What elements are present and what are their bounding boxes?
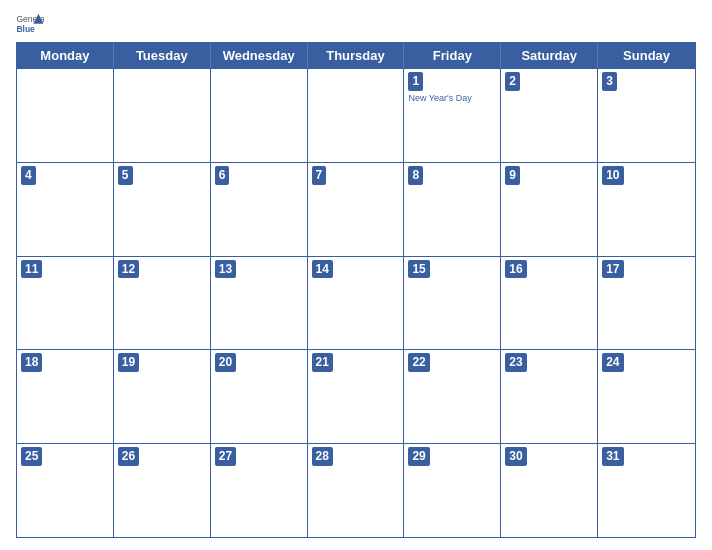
calendar-page: General Blue MondayTuesdayWednesdayThurs… [0,0,712,550]
cal-cell-8: 8 [404,163,501,256]
cal-cell-30: 30 [501,444,598,537]
day-number: 19 [118,353,139,372]
day-number: 8 [408,166,423,185]
cal-cell-2: 2 [501,69,598,162]
cal-cell-7: 7 [308,163,405,256]
cal-cell-3: 3 [598,69,695,162]
day-number: 14 [312,260,333,279]
page-header: General Blue [16,12,696,34]
day-number: 7 [312,166,327,185]
day-header-monday: Monday [17,43,114,68]
cal-cell-9: 9 [501,163,598,256]
cal-cell-empty [17,69,114,162]
cal-cell-20: 20 [211,350,308,443]
day-header-thursday: Thursday [308,43,405,68]
day-number: 1 [408,72,423,91]
day-number: 30 [505,447,526,466]
cal-cell-15: 15 [404,257,501,350]
general-blue-logo-icon: General Blue [16,12,44,34]
cal-cell-26: 26 [114,444,211,537]
cal-cell-27: 27 [211,444,308,537]
cal-cell-31: 31 [598,444,695,537]
cal-cell-28: 28 [308,444,405,537]
day-number: 6 [215,166,230,185]
cal-cell-empty [211,69,308,162]
cal-cell-14: 14 [308,257,405,350]
day-number: 9 [505,166,520,185]
day-number: 29 [408,447,429,466]
week-row-1: 1New Year's Day23 [17,68,695,162]
day-number: 22 [408,353,429,372]
day-number: 13 [215,260,236,279]
day-number: 26 [118,447,139,466]
day-number: 11 [21,260,42,279]
cal-cell-17: 17 [598,257,695,350]
day-number: 15 [408,260,429,279]
cal-cell-12: 12 [114,257,211,350]
day-number: 23 [505,353,526,372]
calendar-body: 1New Year's Day2345678910111213141516171… [17,68,695,537]
cal-cell-13: 13 [211,257,308,350]
day-number: 12 [118,260,139,279]
week-row-3: 11121314151617 [17,256,695,350]
day-number: 5 [118,166,133,185]
cal-cell-empty [308,69,405,162]
cal-cell-11: 11 [17,257,114,350]
day-number: 18 [21,353,42,372]
cal-cell-4: 4 [17,163,114,256]
holiday-label: New Year's Day [408,93,496,103]
week-row-2: 45678910 [17,162,695,256]
day-header-sunday: Sunday [598,43,695,68]
calendar: MondayTuesdayWednesdayThursdayFridaySatu… [16,42,696,538]
week-row-5: 25262728293031 [17,443,695,537]
cal-cell-23: 23 [501,350,598,443]
svg-text:Blue: Blue [16,24,35,34]
day-number: 21 [312,353,333,372]
day-number: 3 [602,72,617,91]
cal-cell-18: 18 [17,350,114,443]
day-number: 20 [215,353,236,372]
day-header-friday: Friday [404,43,501,68]
cal-cell-empty [114,69,211,162]
day-number: 17 [602,260,623,279]
day-header-saturday: Saturday [501,43,598,68]
day-number: 10 [602,166,623,185]
day-header-tuesday: Tuesday [114,43,211,68]
cal-cell-22: 22 [404,350,501,443]
logo: General Blue [16,12,44,34]
calendar-header: MondayTuesdayWednesdayThursdayFridaySatu… [17,43,695,68]
cal-cell-6: 6 [211,163,308,256]
cal-cell-16: 16 [501,257,598,350]
day-number: 28 [312,447,333,466]
cal-cell-19: 19 [114,350,211,443]
day-number: 25 [21,447,42,466]
day-number: 2 [505,72,520,91]
day-number: 24 [602,353,623,372]
day-number: 4 [21,166,36,185]
cal-cell-10: 10 [598,163,695,256]
cal-cell-24: 24 [598,350,695,443]
day-number: 27 [215,447,236,466]
cal-cell-1: 1New Year's Day [404,69,501,162]
day-number: 31 [602,447,623,466]
day-number: 16 [505,260,526,279]
cal-cell-5: 5 [114,163,211,256]
cal-cell-29: 29 [404,444,501,537]
week-row-4: 18192021222324 [17,349,695,443]
cal-cell-25: 25 [17,444,114,537]
cal-cell-21: 21 [308,350,405,443]
day-header-wednesday: Wednesday [211,43,308,68]
